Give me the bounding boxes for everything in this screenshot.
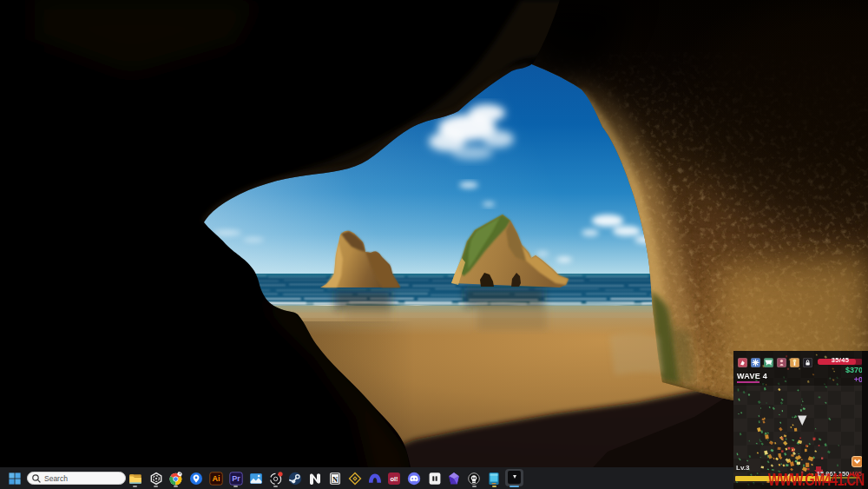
svg-text:5: 5 [791,446,795,453]
svg-text:N: N [332,475,338,484]
svg-text:Ai: Ai [212,474,220,483]
svg-text:Pr: Pr [232,474,240,483]
svg-text:ol!: ol! [390,475,398,483]
